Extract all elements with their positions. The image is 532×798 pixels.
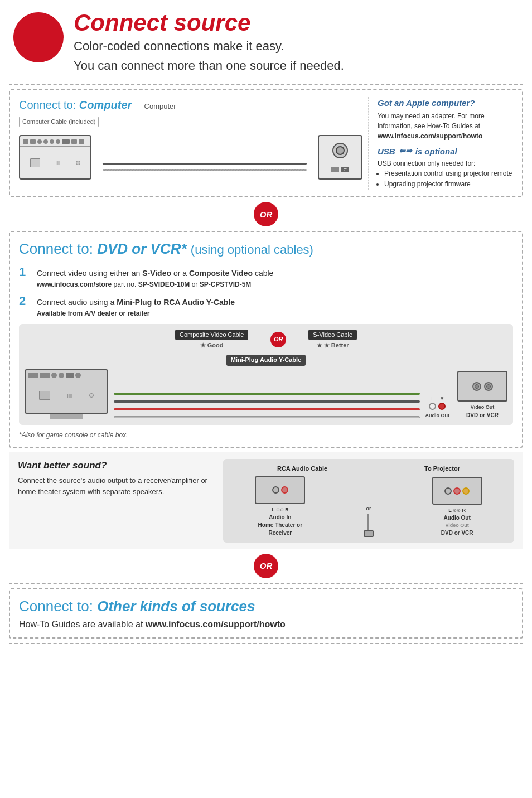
projector-lens [332,143,348,158]
sound-title: Want better sound? [18,459,212,472]
computer-section: Connect to: Computer Computer Computer C… [9,89,523,197]
computer-left: Connect to: Computer Computer Computer C… [19,97,362,190]
audio-out-label: Audio Out [425,412,450,419]
svideo-label: S-Video Cable [308,330,357,340]
dvd-ports [472,382,493,391]
white-cable [114,416,420,418]
computer-box: |||| [19,135,91,180]
dp2 [40,373,50,378]
dvd-port2 [484,382,493,391]
home-theater-box [255,476,305,504]
dvd-title: Connect to: DVD or VCR* (using optional … [19,239,513,259]
cable-main-diagram: |||| [25,369,507,419]
circle-icon: ⊙⊙ [276,507,284,512]
green-cable [114,393,420,395]
video-out-group: Video Out DVD or VCR [466,404,499,419]
db1 [39,391,50,400]
other-section: Connect to: Other kinds of sources How-T… [9,588,523,639]
audio-out-group: L R Audio Out [425,395,450,419]
proj-port2: ⇌ [341,167,349,172]
usb-icon: ⇐⇒ [399,146,412,157]
dp3 [51,373,57,378]
cable-lines [103,163,307,171]
lr-labels: L ⊙⊙ R [255,506,305,514]
sd-devices: L ⊙⊙ R Audio In Home Theater or Receiver… [229,476,509,537]
ht-port-row [272,486,288,494]
device-bottom: |||| [28,380,105,410]
left-device: |||| [25,369,108,419]
ht-device-label: Home Theater or Receiver [255,521,305,537]
dvd-vcr-group: Video Out DVD or VCR [457,371,507,419]
apple-title: Got an Apple computer? [378,97,513,109]
left-device-box: |||| [25,369,108,414]
port2 [30,139,36,144]
dvd-l: L [448,507,453,513]
dvd-audio-out: Audio Out [441,514,473,522]
audio-white-cable-row [114,416,420,418]
proj-connector [364,530,374,537]
dp5 [66,373,74,378]
dvd-circles: ⊙⊙ [453,508,461,513]
cable-bottom [103,169,307,171]
cable-top-labels: Composite Video Cable ★ Good OR S-Video … [25,330,507,350]
page-header: Connect source Color-coded connections m… [0,0,532,80]
port1 [23,139,28,144]
projector-ports: ⇌ [331,167,349,172]
cable-top [103,163,307,165]
sound-section: Want better sound? Connect the source's … [9,452,523,549]
ht-label: L ⊙⊙ R Audio In Home Theater or Receiver [255,506,305,537]
home-theater-device: L ⊙⊙ R Audio In Home Theater or Receiver [255,476,305,537]
svideo-cable-row [114,400,420,403]
ht-port-l [272,486,279,494]
port7 [71,139,77,144]
dvd-sound-box [432,477,482,505]
composite-cable-label: Composite Video Cable ★ Good [175,330,248,350]
sound-left: Want better sound? Connect the source's … [18,459,212,543]
usb-title: USB ⇐⇒ is optional [378,146,513,157]
dvd-port1 [472,382,481,391]
dp6 [75,373,81,378]
or-small: OR [270,332,286,347]
l-label: L [431,395,434,403]
computer-illustration: |||| [19,135,362,180]
dvd-section: Connect to: DVD or VCR* (using optional … [9,231,523,447]
or-button-1: OR [254,202,278,226]
step1-text: Connect video using either an S-Video or… [37,268,273,289]
header-text: Connect source Color-coded connections m… [74,10,344,75]
video-out-label: Video Out [471,404,494,411]
dvd-port1-inner [475,384,479,389]
computer-connect-title: Connect to: Computer Computer [19,97,362,113]
computer-bottom: |||| [20,147,90,178]
port5 [50,139,54,144]
port3 [37,139,42,144]
red-circle-decoration [13,12,64,62]
device-foot [50,414,83,419]
step2-text: Connect audio using a Mini-Plug to RCA A… [37,297,235,318]
dvd-port2-inner [486,384,491,389]
step2-subtext: Available from A/V dealer or retailer [37,308,235,318]
usb-bullet-1: Presentation control using projector rem… [384,168,513,179]
step2-num: 2 [19,293,31,310]
right-devices: L R Audio Out [425,371,508,419]
audio-red-cable-row [114,408,420,410]
ds-port-r [453,487,461,495]
ht-port-r [281,486,288,494]
mini-box1 [30,158,40,167]
subtitle1: Color-coded connections make it easy. [74,38,344,55]
port8 [79,139,84,144]
sound-diagram-inner: RCA Audio Cable To Projector [223,459,514,543]
rca-label: RCA Audio Cable [277,465,327,473]
proj-port1 [331,167,339,172]
port6 [56,139,60,144]
step-2: 2 Connect audio using a Mini-Plug to RCA… [19,293,513,318]
composite-rating: ★ Good [200,341,224,350]
composite-cable-row [114,393,420,395]
computer-right: Got an Apple computer? You may need an a… [368,97,513,190]
port-usb [62,139,70,144]
audio-l [429,403,436,410]
dvd-r: R [462,507,466,513]
dvd-s-label: L ⊙⊙ R Audio Out Video Out DVD or VCR [441,507,473,536]
audio-cable-label: Mini-Plug Audio Y-Cable [226,355,306,365]
sd-labels: RCA Audio Cable To Projector [229,465,509,473]
step-1: 1 Connect video using either an S-Video … [19,264,513,289]
